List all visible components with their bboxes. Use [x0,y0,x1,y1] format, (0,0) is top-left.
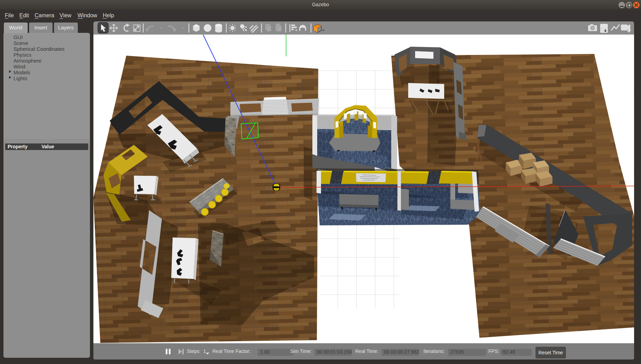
svg-text:LOG: LOG [601,25,607,27]
